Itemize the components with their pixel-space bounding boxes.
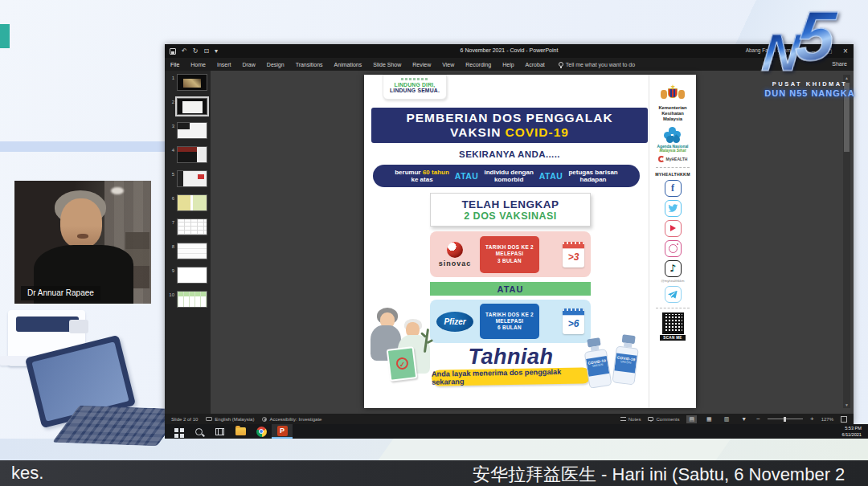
teal-accent-bar [0, 24, 10, 48]
statusbar-left: Slide 2 of 10 English (Malaysia) Accessi… [171, 417, 321, 422]
tell-me-label: Tell me what you want to do [566, 62, 635, 67]
thumb-number: 2 [168, 98, 174, 104]
lightbulb-icon [559, 62, 563, 67]
slide-title-line2: VAKSINCOVID-19 [450, 125, 569, 140]
ministry-line3: Malaysia [658, 116, 686, 122]
keyboard-icon [206, 417, 212, 421]
criteria-age-line2: ke atas [411, 176, 432, 183]
slide-thumbnail-panel: 1 2 3 4 5 6 7 8 9 10 [165, 71, 211, 414]
taskbar-search-button[interactable] [188, 424, 209, 439]
tab-transitions[interactable]: Transitions [290, 58, 329, 71]
accessibility-status[interactable]: Accessibility: Investigate [262, 417, 321, 422]
tray-clock[interactable]: 5:53 PM 6/11/2021 [842, 425, 862, 439]
tab-draw[interactable]: Draw [236, 58, 260, 71]
badge-line1: LINDUNG DIRI, [383, 82, 446, 88]
webcam-name-tag: Dr Annuar Rapaee [21, 286, 100, 300]
social-handle-small: @myhealthkkm [661, 279, 685, 283]
file-explorer-button[interactable] [230, 424, 251, 439]
slide-thumbnail-3[interactable]: 3 [168, 122, 211, 139]
zoom-in-icon[interactable]: + [810, 415, 814, 423]
tab-recording[interactable]: Recording [460, 58, 497, 71]
taskbar-icons [167, 424, 293, 439]
comments-label: Comments [656, 417, 679, 422]
complete-line2: 2 DOS VAKSINASI [464, 210, 557, 222]
tab-home[interactable]: Home [185, 58, 211, 71]
tab-insert[interactable]: Insert [211, 58, 237, 71]
task-view-button[interactable] [209, 424, 230, 439]
zoom-slider[interactable] [768, 419, 803, 419]
chrome-icon [256, 427, 267, 437]
thumb-preview-selected [177, 98, 207, 115]
sinovac-date-line3: 3 BULAN [497, 258, 522, 264]
tell-me-box[interactable]: Tell me what you want to do [559, 62, 635, 67]
vertical-scrollbar[interactable]: ▲ ▼ [843, 75, 850, 408]
thumb-preview [177, 146, 207, 163]
slideshow-view-icon[interactable]: ▼ [739, 415, 749, 423]
eligibility-banner: Anda layak menerima dos penggalak sekara… [432, 367, 591, 386]
slide-thumbnail-1[interactable]: 1 [168, 74, 211, 91]
tab-acrobat[interactable]: Acrobat [520, 58, 551, 71]
slide-thumbnail-10[interactable]: 10 [168, 291, 211, 308]
slide-sorter-icon[interactable]: ▦ [704, 415, 714, 423]
tab-file[interactable]: File [165, 58, 185, 71]
fit-slide-icon[interactable] [841, 416, 847, 423]
thumb-preview [177, 218, 207, 235]
reading-view-icon[interactable]: ▥ [722, 415, 732, 423]
tab-animations[interactable]: Animations [329, 58, 368, 71]
normal-view-icon[interactable]: ▤ [686, 415, 697, 423]
tab-review[interactable]: Review [407, 58, 436, 71]
pfizer-date-line1: TARIKH DOS KE 2 [485, 312, 534, 318]
clock-date: 6/11/2021 [842, 431, 862, 438]
zoom-out-icon[interactable]: − [756, 415, 760, 423]
tab-design[interactable]: Design [261, 58, 290, 71]
tab-slide-show[interactable]: Slide Show [367, 58, 407, 71]
slide-title-line1: PEMBERIAN DOS PENGGALAK [406, 111, 612, 125]
statusbar-right: Notes Comments ▤ ▦ ▥ ▼ − + 127% [620, 415, 847, 423]
slide-thumbnail-5[interactable]: 5 [168, 170, 211, 187]
check-stamp-icon: ✓ [395, 357, 409, 370]
pfizer-row: Pfizer TARIKH DOS KE 2 MELEPASI 6 BULAN … [430, 300, 591, 343]
accessibility-icon [262, 417, 267, 422]
calendar-header [563, 308, 584, 316]
zoom-slider-knob[interactable] [784, 417, 786, 422]
tab-help[interactable]: Help [497, 58, 519, 71]
calendar-icon-3-months: >3 [563, 242, 584, 268]
comments-toggle[interactable]: Comments [648, 417, 679, 422]
vial-label: COVID-19 VAKSIN [586, 356, 609, 377]
sinovac-swirl-icon [447, 242, 463, 258]
sinovac-logo: sinovac [430, 242, 480, 268]
thumb-preview [177, 267, 207, 284]
crest-tiger-left [661, 90, 667, 99]
slide-thumbnail-8[interactable]: 8 [168, 243, 211, 259]
tab-view[interactable]: View [436, 58, 460, 71]
powerpoint-taskbar-button[interactable] [272, 424, 293, 439]
powerpoint-statusbar: Slide 2 of 10 English (Malaysia) Accessi… [165, 414, 854, 424]
subtitle-left-text: kes. [11, 463, 43, 484]
criteria-age-pre: berumur [395, 169, 420, 176]
start-button[interactable] [167, 424, 188, 439]
slide-thumbnail-2[interactable]: 2 [168, 98, 211, 115]
badge-line2: LINDUNG SEMUA. [383, 88, 446, 93]
sinovac-brand-label: sinovac [439, 259, 472, 268]
sinovac-date-box: TARIKH DOS KE 2 MELEPASI 3 BULAN [480, 236, 539, 273]
pfizer-date-box: TARIKH DOS KE 2 MELEPASI 6 BULAN [480, 304, 539, 339]
slide-thumbnail-7[interactable]: 7 [168, 218, 211, 235]
slide-thumbnail-9[interactable]: 9 [168, 267, 211, 284]
comments-icon [648, 417, 653, 421]
sinovac-date-line2: MELEPASI [496, 251, 524, 257]
chrome-button[interactable] [251, 424, 272, 439]
scroll-down-icon[interactable]: ▼ [843, 402, 850, 407]
tiktok-icon [665, 260, 682, 277]
pfizer-date-line2: MELEPASI [496, 318, 524, 325]
vaccination-book-illustration: ✓ [387, 346, 418, 382]
pfizer-date-line3: 6 BULAN [497, 325, 522, 331]
notes-toggle[interactable]: Notes [620, 417, 641, 422]
slide-subheading: SEKIRANYA ANDA..... [371, 149, 648, 159]
slide-thumbnail-6[interactable]: 6 [168, 194, 211, 211]
logo-line1: PUSAT KHIDMAT [751, 80, 868, 88]
instagram-icon [665, 240, 682, 257]
slide-thumbnail-4[interactable]: 4 [168, 146, 211, 163]
language-status[interactable]: English (Malaysia) [206, 417, 254, 422]
zoom-level[interactable]: 127% [821, 417, 833, 422]
criteria-comorbid-line1: individu dengan [484, 169, 533, 176]
